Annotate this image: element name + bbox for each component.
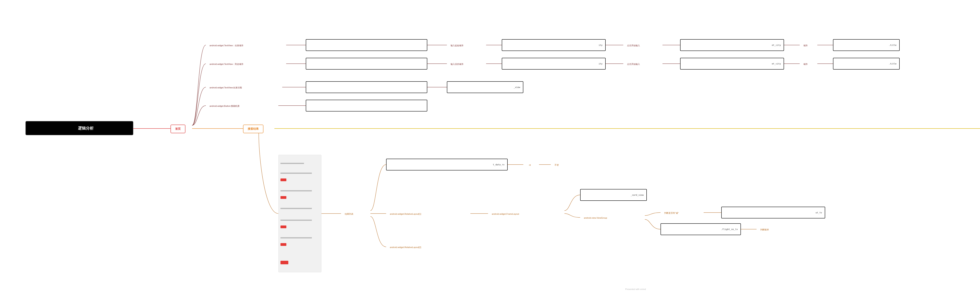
hub-search: 搜索结果 [243,125,263,133]
hub-home-label: 首页 [175,127,181,131]
input-1-rid3: .title [833,58,900,70]
input-1-rid: ity [502,58,606,70]
rid-suffix: ity [598,62,603,65]
input-0-rid2: et_city [680,39,784,51]
input-0-city: 城市 [800,42,811,49]
results-cut-rid: ut_tv [721,207,825,218]
results-list-label: 结果列表 [341,211,357,217]
home-row-3-label: android.widget.Button:搜索机票 [206,103,243,109]
rid-suffix: _card_view [631,194,644,196]
results-judge-flight: 判断航班 [757,227,773,233]
home-row-1-label: android.widget.TextView：到达城市 [206,61,247,67]
input-1-click: 点击开始输入 [623,61,644,67]
home-row-0-rid [306,39,427,51]
results-nt: nt [525,162,535,168]
results-judge-jian: 判断是否有"减" [660,210,682,216]
rid-suffix: ity [598,44,603,46]
results-viewgroup: android.view.ViewGroup [580,215,611,221]
input-0-type: 输入起始城市 [447,42,467,49]
input-0-click: 点击开始输入 [623,42,644,49]
input-1-city: 城市 [800,61,811,67]
rid-suffix: et_city [772,62,781,65]
rid-suffix: .flight_no_tv [721,228,738,230]
footer-text: Presented with [625,288,640,290]
input-0-rid: ity [502,39,606,51]
home-row-1-rid [306,58,427,70]
rid-suffix: ut_tv [816,211,822,214]
root-mask [34,125,77,131]
rid-suffix: _view [514,86,520,89]
footer-credit: Presented with xmind [625,288,646,290]
root-label: 逻辑分析 [78,125,94,131]
input-1-type: 输入目的城市 [447,61,467,67]
rid-suffix: et_city [772,44,781,46]
results-nt-note: 不管 [551,162,563,168]
rid-suffix: .title [889,62,897,65]
input-1-rid2: et_city [680,58,784,70]
home-row-2-rid [306,81,427,93]
results-top-rid: t_data_rv [386,159,508,170]
home-row-3-rid [306,100,427,111]
rid-suffix: .title [889,44,897,46]
hub-search-label: 搜索结果 [248,127,259,131]
rid-suffix: t_data_rv [493,164,504,166]
results-frame: android.widget.FrameLayout [488,211,523,217]
hub-home: 首页 [170,125,185,133]
footer-link[interactable]: xmind [640,288,646,290]
root-node: 逻辑分析 [25,121,133,135]
results-rel2: android.widget.RelativeLayout[2] [386,244,425,251]
results-card-rid: _card_view [580,189,647,201]
home-row-2-label: android.widget.TextView:出发日期 [206,84,246,91]
input-0-rid3: .title [833,39,900,51]
results-flight-rid: .flight_no_tv [660,223,741,235]
results-rel1: android.widget.RelativeLayout[1] [386,211,425,217]
home-row-0-label: android.widget.TextView：出发城市 [206,42,247,49]
date-rid2: _view [447,81,523,93]
thumb-search-results [278,155,321,272]
